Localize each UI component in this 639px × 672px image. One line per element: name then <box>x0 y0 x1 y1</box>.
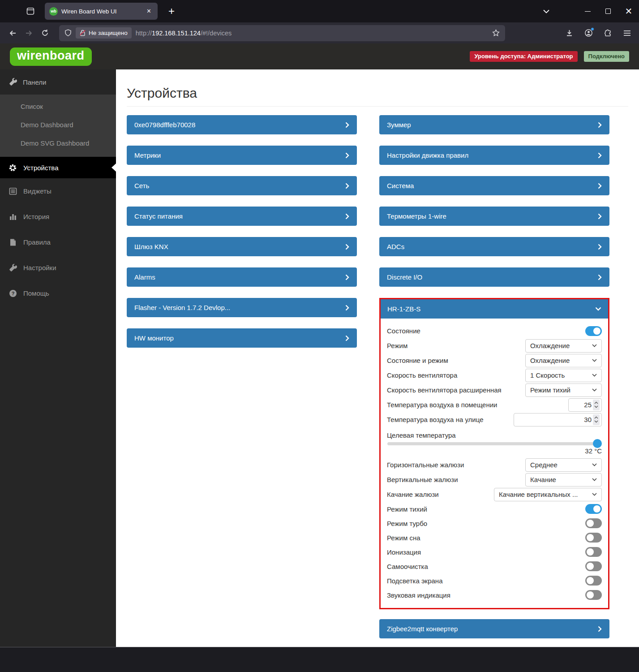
menu-hamburger-icon[interactable] <box>619 26 635 41</box>
title-divider <box>127 106 628 107</box>
url-bar[interactable]: Не защищено http://192.168.151.124/#!/de… <box>59 25 505 41</box>
device-button-metrics[interactable]: Метрики <box>127 146 357 165</box>
device-button-label: Шлюз KNX <box>134 243 168 250</box>
device-button-network[interactable]: Сеть <box>127 176 357 195</box>
sidebar-subitem-demo-svg-dashboard[interactable]: Demo SVG Dashboard <box>0 134 116 152</box>
device-button-power-status[interactable]: Статус питания <box>127 207 357 226</box>
number-spinner[interactable] <box>593 414 600 425</box>
chevron-down-icon <box>592 478 597 481</box>
control-label: Звуковая индикация <box>387 591 450 599</box>
device-button-1wire-thermometers[interactable]: Термометры 1-wire <box>379 207 609 226</box>
sidebar-subitem-demo-dashboard[interactable]: Demo Dashboard <box>0 116 116 134</box>
reload-button[interactable] <box>37 26 53 41</box>
header-badges: Уровень доступа: Администратор Подключен… <box>470 51 629 62</box>
back-button[interactable] <box>4 26 21 41</box>
maximize-button[interactable] <box>598 0 618 22</box>
sidebar-item-rules[interactable]: Правила <box>0 229 116 255</box>
sidebar-item-devices[interactable]: Устройства <box>0 157 116 178</box>
window-controls: ✕ <box>536 0 639 22</box>
tab-title: Wiren Board Web UI <box>61 8 141 15</box>
quiet-mode-toggle[interactable] <box>585 504 602 514</box>
ionization-toggle[interactable] <box>585 547 602 557</box>
document-icon <box>9 238 17 246</box>
device-button-label: Zigbee2mqtt конвертер <box>387 625 458 633</box>
device-button-label: Метрики <box>134 151 161 159</box>
state-mode-select[interactable]: Охлаждение <box>525 354 602 367</box>
control-label: Ионизация <box>387 548 421 556</box>
hr-1-zb-s-panel: HR-1-ZB-S Состояние Режим Охлаждение <box>379 298 609 609</box>
horizontal-blinds-select[interactable]: Среднее <box>525 458 602 472</box>
number-input[interactable] <box>571 401 592 409</box>
bookmark-star-icon[interactable] <box>492 29 500 37</box>
account-icon[interactable] <box>581 26 596 41</box>
sleep-mode-toggle[interactable] <box>585 533 602 543</box>
svg-text:?: ? <box>11 290 14 296</box>
chevron-down-icon <box>592 463 597 466</box>
control-label: Горизонтальные жалюзи <box>387 461 464 469</box>
indoor-temperature-input[interactable] <box>568 398 602 412</box>
shield-icon[interactable] <box>64 29 72 37</box>
new-tab-button[interactable]: + <box>164 5 179 17</box>
outdoor-temperature-input[interactable] <box>514 413 602 426</box>
device-button-alarms[interactable]: Alarms <box>127 267 357 287</box>
sidebar-item-label: Виджеты <box>23 187 51 195</box>
main-content: Устройства 0xe0798dfffeb70028 Метрики Се… <box>116 69 639 647</box>
target-temperature-slider[interactable] <box>387 442 601 445</box>
downloads-icon[interactable] <box>562 26 577 41</box>
mode-select[interactable]: Охлаждение <box>525 339 602 353</box>
fan-speed-extended-select[interactable]: Режим тихий <box>525 383 602 397</box>
device-button-rule-engine-settings[interactable]: Настройки движка правил <box>379 146 609 165</box>
firefox-view-button[interactable] <box>21 3 39 19</box>
hr-1-zb-s-panel-header[interactable]: HR-1-ZB-S <box>381 299 608 319</box>
browser-tab[interactable]: wb Wiren Board Web UI × <box>45 3 158 20</box>
sidebar-item-label: Правила <box>23 238 51 246</box>
device-button-0xe0798dfffeb70028[interactable]: 0xe0798dfffeb70028 <box>127 115 357 134</box>
backlight-toggle[interactable] <box>585 576 602 586</box>
sidebar-item-history[interactable]: История <box>0 204 116 229</box>
chevron-right-icon <box>598 274 602 280</box>
device-button-system[interactable]: Система <box>379 176 609 195</box>
control-label: Вертикальные жалюзи <box>387 476 458 483</box>
control-label: Температура воздуха на улице <box>387 416 484 423</box>
wirenboard-logo[interactable]: wirenboard <box>10 47 92 66</box>
sidebar-item-widgets[interactable]: Виджеты <box>0 178 116 204</box>
minimize-button[interactable] <box>577 0 598 22</box>
sound-indication-toggle[interactable] <box>585 590 602 600</box>
device-button-adcs[interactable]: ADCs <box>379 237 609 256</box>
state-toggle[interactable] <box>585 326 602 336</box>
app-header: wirenboard Уровень доступа: Администрато… <box>0 43 639 69</box>
device-button-flasher[interactable]: Flasher - Version 1.7.2 Devlop... <box>127 298 357 317</box>
security-chip[interactable]: Не защищено <box>76 27 132 39</box>
select-value: Среднее <box>530 461 589 469</box>
control-label: Целевая температура <box>387 431 456 439</box>
self-clean-toggle[interactable] <box>585 561 602 571</box>
fan-speed-select[interactable]: 1 Скорость <box>525 369 602 382</box>
toolbar-icons <box>562 26 635 41</box>
close-window-button[interactable]: ✕ <box>618 0 639 22</box>
device-button-zigbee2mqtt[interactable]: Zigbee2mqtt конвертер <box>379 619 609 638</box>
slider-thumb[interactable] <box>593 439 602 448</box>
forward-button[interactable] <box>21 26 37 41</box>
control-label: Состояние и режим <box>387 357 448 364</box>
chevron-down-icon <box>595 307 601 311</box>
device-button-discrete-io[interactable]: Discrete I/O <box>379 267 609 287</box>
chevron-right-icon <box>345 335 349 341</box>
turbo-mode-toggle[interactable] <box>585 518 602 528</box>
sidebar-subitem-list[interactable]: Список <box>0 97 116 116</box>
device-button-knx-gateway[interactable]: Шлюз KNX <box>127 237 357 256</box>
device-button-hw-monitor[interactable]: HW монитор <box>127 328 357 348</box>
sidebar-item-settings[interactable]: Настройки <box>0 255 116 280</box>
tab-list-dropdown-icon[interactable] <box>536 0 557 22</box>
number-spinner[interactable] <box>593 400 600 410</box>
vertical-blinds-select[interactable]: Качание <box>525 473 602 487</box>
row-state: Состояние <box>387 323 602 338</box>
row-fan-speed: Скорость вентилятора 1 Скорость <box>387 368 602 383</box>
extensions-icon[interactable] <box>600 26 615 41</box>
tab-close-icon[interactable]: × <box>145 6 153 16</box>
target-temperature-value: 32 °C <box>387 447 602 455</box>
blinds-swing-select[interactable]: Качание вертикальных ... <box>494 488 602 501</box>
sidebar-item-help[interactable]: ? Помощь <box>0 280 116 306</box>
number-input[interactable] <box>517 416 592 423</box>
device-button-buzzer[interactable]: Зуммер <box>379 115 609 134</box>
sidebar-item-panels[interactable]: Панели <box>0 69 116 95</box>
